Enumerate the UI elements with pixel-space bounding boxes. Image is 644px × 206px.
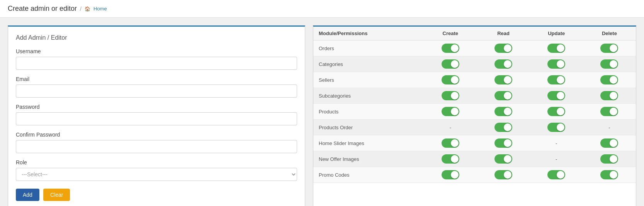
perm-delete[interactable] [583, 72, 636, 88]
username-input[interactable] [16, 57, 297, 70]
perm-read[interactable] [477, 167, 530, 183]
perm-delete[interactable] [583, 104, 636, 120]
toggle-track [494, 138, 512, 148]
clear-button[interactable]: Clear [43, 189, 70, 201]
toggle-switch[interactable] [600, 170, 618, 179]
toggle-switch[interactable] [494, 91, 512, 100]
perm-create[interactable] [424, 41, 477, 56]
toggle-switch[interactable] [494, 170, 512, 179]
perm-delete[interactable] [583, 56, 636, 72]
perm-create[interactable] [424, 72, 477, 88]
perm-update[interactable] [530, 104, 583, 120]
module-name: Sellers [313, 72, 424, 88]
toggle-thumb [557, 76, 564, 84]
toggle-switch[interactable] [494, 154, 512, 164]
permissions-tbody: OrdersCategoriesSellersSubcategoriesProd… [313, 41, 636, 183]
toggle-thumb [557, 92, 564, 100]
permissions-header-row: Module/Permissions Create Read Update De… [313, 27, 636, 41]
perm-create[interactable] [424, 135, 477, 151]
perm-read[interactable] [477, 41, 530, 56]
perm-update[interactable] [530, 120, 583, 135]
toggle-switch[interactable] [494, 59, 512, 69]
toggle-track [494, 123, 512, 132]
toggle-switch[interactable] [442, 138, 459, 148]
toggle-switch[interactable] [547, 170, 565, 179]
password-input[interactable] [16, 112, 297, 125]
perm-create[interactable] [424, 56, 477, 72]
toggle-switch[interactable] [442, 154, 459, 164]
toggle-switch[interactable] [547, 91, 565, 100]
role-select[interactable]: ---Select--- [16, 168, 297, 181]
toggle-wrap [535, 75, 578, 84]
perm-update[interactable] [530, 167, 583, 183]
toggle-switch[interactable] [600, 75, 618, 84]
perm-delete[interactable] [583, 41, 636, 56]
perm-delete[interactable] [583, 151, 636, 167]
toggle-switch[interactable] [494, 138, 512, 148]
toggle-switch[interactable] [600, 91, 618, 100]
toggle-switch[interactable] [600, 154, 618, 164]
perm-read[interactable] [477, 72, 530, 88]
toggle-track [600, 170, 618, 179]
toggle-switch[interactable] [442, 170, 459, 179]
toggle-wrap [535, 59, 578, 69]
toggle-switch[interactable] [547, 44, 565, 53]
toggle-switch[interactable] [547, 123, 565, 132]
toggle-switch[interactable] [600, 59, 618, 69]
toggle-wrap [429, 59, 471, 69]
perm-read[interactable] [477, 56, 530, 72]
perm-delete[interactable] [583, 167, 636, 183]
perm-delete[interactable] [583, 88, 636, 104]
perm-update[interactable] [530, 56, 583, 72]
toggle-wrap [588, 44, 630, 53]
toggle-switch[interactable] [442, 75, 459, 84]
perm-read[interactable] [477, 104, 530, 120]
perm-update[interactable] [530, 88, 583, 104]
perm-delete: - [583, 120, 636, 135]
confirm-password-input[interactable] [16, 140, 297, 153]
toggle-switch[interactable] [494, 75, 512, 84]
toggle-thumb [610, 108, 617, 115]
toggle-wrap [429, 154, 471, 164]
toggle-thumb [610, 139, 617, 147]
perm-read[interactable] [477, 88, 530, 104]
toggle-wrap [588, 75, 630, 84]
toggle-switch[interactable] [442, 44, 459, 53]
toggle-switch[interactable] [600, 138, 618, 148]
perm-create[interactable] [424, 167, 477, 183]
toggle-wrap [429, 107, 471, 116]
email-input[interactable] [16, 84, 297, 98]
breadcrumb-home-link[interactable]: Home [93, 6, 107, 12]
add-button[interactable]: Add [16, 189, 39, 201]
toggle-switch[interactable] [547, 75, 565, 84]
toggle-switch[interactable] [600, 107, 618, 116]
perm-create[interactable] [424, 88, 477, 104]
toggle-switch[interactable] [600, 44, 618, 53]
module-name: New Offer Images [313, 151, 424, 167]
toggle-switch[interactable] [442, 59, 459, 69]
toggle-switch[interactable] [494, 44, 512, 53]
toggle-thumb [504, 139, 511, 147]
toggle-switch[interactable] [547, 107, 565, 116]
toggle-switch[interactable] [547, 59, 565, 69]
perm-read[interactable] [477, 151, 530, 167]
toggle-switch[interactable] [494, 107, 512, 116]
perm-read[interactable] [477, 135, 530, 151]
toggle-wrap [482, 123, 524, 132]
toggle-wrap [588, 91, 630, 100]
toggle-thumb [610, 92, 617, 100]
toggle-switch[interactable] [442, 91, 459, 100]
password-label: Password [16, 104, 297, 110]
toggle-thumb [610, 60, 617, 68]
perm-create[interactable] [424, 151, 477, 167]
toggle-thumb [557, 108, 564, 115]
toggle-switch[interactable] [494, 123, 512, 132]
perm-update[interactable] [530, 41, 583, 56]
perm-read[interactable] [477, 120, 530, 135]
perm-delete[interactable] [583, 135, 636, 151]
perm-update[interactable] [530, 72, 583, 88]
toggle-switch[interactable] [442, 107, 459, 116]
perm-create[interactable] [424, 104, 477, 120]
toggle-wrap [535, 107, 578, 116]
toggle-wrap [482, 75, 524, 84]
